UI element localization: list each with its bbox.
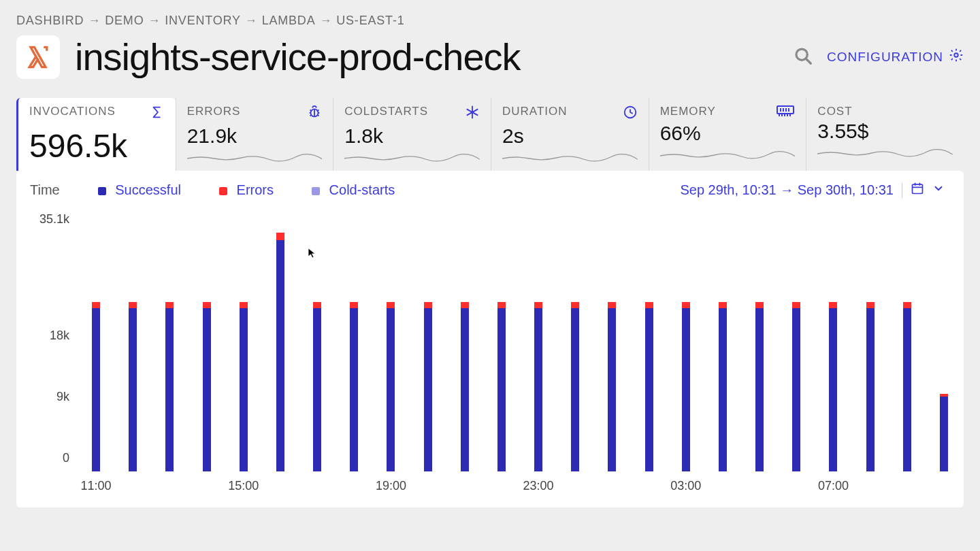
x-tick: 07:00	[818, 479, 849, 493]
svg-line-9	[310, 115, 312, 116]
breadcrumb-item[interactable]: DASHBIRD	[16, 14, 84, 28]
stat-card-invocations[interactable]: INVOCATIONS596.5k	[16, 98, 176, 171]
chart-bar[interactable]	[719, 302, 727, 471]
bar-segment-errors	[497, 302, 506, 308]
chart-bar[interactable]	[424, 302, 432, 471]
chart-bar[interactable]	[608, 302, 616, 471]
stat-card-cost[interactable]: COST3.55$	[806, 98, 964, 171]
bar-segment-errors	[866, 302, 875, 308]
chart-bar[interactable]	[571, 302, 579, 471]
bar-segment-successful	[829, 308, 837, 471]
chart-plot-area[interactable]	[78, 214, 950, 472]
chart-bar[interactable]	[240, 302, 248, 471]
x-tick: 15:00	[228, 479, 259, 493]
chart-bar[interactable]	[497, 302, 506, 471]
bar-segment-errors	[755, 302, 764, 308]
chart-bar[interactable]	[682, 302, 690, 471]
bar-segment-successful	[276, 240, 284, 471]
date-range-text: Sep 29th, 10:31 → Sep 30th, 10:31	[680, 182, 894, 198]
legend-item-coldstarts[interactable]: Cold-starts	[312, 182, 395, 198]
x-tick: 11:00	[81, 479, 112, 493]
chart-bar[interactable]	[829, 302, 837, 471]
bar-segment-successful	[608, 308, 616, 471]
svg-line-10	[318, 115, 319, 116]
bar-segment-errors	[829, 302, 837, 308]
bar-segment-successful	[866, 308, 875, 471]
stat-card-duration[interactable]: DURATION2s	[491, 98, 649, 171]
chart-bar[interactable]	[129, 302, 137, 471]
y-tick: 9k	[56, 390, 69, 404]
chart-bar[interactable]	[534, 302, 542, 471]
chart-bar[interactable]	[350, 302, 358, 471]
breadcrumb-separator: →	[88, 14, 101, 28]
bar-segment-successful	[424, 308, 432, 471]
bar-segment-successful	[129, 308, 137, 471]
stat-value: 3.55$	[817, 120, 953, 143]
chart-bar[interactable]	[92, 302, 100, 471]
breadcrumb-item[interactable]: DEMO	[105, 14, 144, 28]
breadcrumb-item[interactable]: LAMBDA	[262, 14, 316, 28]
legend-label: Errors	[237, 182, 274, 197]
chart-bar[interactable]	[866, 302, 875, 471]
chart-bar[interactable]	[792, 302, 800, 471]
breadcrumb-item[interactable]: INVENTORY	[165, 14, 241, 28]
bar-segment-errors	[424, 302, 432, 308]
calendar-icon	[911, 182, 924, 199]
stat-value: 66%	[660, 122, 796, 145]
mouse-cursor	[308, 248, 318, 258]
stat-card-errors[interactable]: ERRORS21.9k	[176, 98, 333, 171]
bar-segment-successful	[940, 397, 948, 471]
chart-bar[interactable]	[755, 302, 764, 471]
date-range-control[interactable]: Sep 29th, 10:31 → Sep 30th, 10:31	[680, 182, 945, 199]
bar-segment-errors	[719, 302, 727, 308]
bar-segment-errors	[461, 302, 469, 308]
chevron-down-icon	[932, 182, 945, 198]
bar-segment-errors	[313, 302, 321, 308]
x-tick: 03:00	[670, 479, 701, 493]
legend-item-errors[interactable]: Errors	[219, 182, 274, 198]
chart-bar[interactable]	[645, 302, 653, 471]
breadcrumb-separator: →	[148, 14, 161, 28]
chart-bar[interactable]	[203, 302, 211, 471]
sigma-icon	[150, 105, 165, 123]
memory-chip-icon	[776, 105, 795, 120]
chart-panel: Time Successful Errors Cold-starts Sep 2…	[16, 171, 964, 507]
chart-bar[interactable]	[276, 233, 284, 471]
chart-bar[interactable]	[940, 394, 948, 471]
chart-bar[interactable]	[387, 302, 395, 471]
stat-card-coldstarts[interactable]: COLDSTARTS1.8k	[333, 98, 491, 171]
breadcrumb: DASHBIRD → DEMO → INVENTORY → LAMBDA → U…	[16, 14, 964, 28]
chart-x-axis: 11:0015:0019:0023:0003:0007:00	[78, 479, 950, 495]
bar-segment-successful	[534, 308, 542, 471]
y-tick: 0	[63, 451, 69, 465]
legend-swatch	[98, 187, 106, 195]
stat-value: 596.5k	[29, 127, 165, 165]
bar-segment-errors	[129, 302, 137, 308]
bar-segment-errors	[534, 302, 542, 308]
bar-segment-successful	[755, 308, 764, 471]
search-icon[interactable]	[793, 46, 813, 69]
stat-value: 1.8k	[344, 124, 480, 148]
stat-value: 2s	[502, 124, 638, 148]
chart-bar[interactable]	[313, 302, 321, 471]
chart-bar[interactable]	[165, 302, 174, 471]
stat-label: COST	[817, 105, 852, 118]
configuration-button[interactable]: CONFIGURATION	[827, 48, 964, 66]
stat-label: DURATION	[502, 105, 568, 118]
bar-segment-successful	[497, 308, 506, 471]
stat-card-memory[interactable]: MEMORY66%	[649, 98, 806, 171]
divider	[902, 183, 902, 198]
y-tick: 18k	[50, 329, 69, 343]
breadcrumb-item[interactable]: US-EAST-1	[336, 14, 404, 28]
svg-line-8	[318, 110, 319, 111]
snowflake-icon	[465, 105, 480, 123]
bar-segment-errors	[203, 302, 211, 308]
bar-segment-errors	[276, 233, 284, 240]
bar-segment-successful	[387, 308, 395, 471]
chart-bar[interactable]	[903, 302, 911, 471]
stats-row: INVOCATIONS596.5kERRORS21.9kCOLDSTARTS1.…	[16, 98, 964, 171]
bar-segment-errors	[240, 302, 248, 308]
chart-bar[interactable]	[461, 302, 469, 471]
legend-item-successful[interactable]: Successful	[98, 182, 181, 198]
bug-icon	[307, 105, 322, 123]
